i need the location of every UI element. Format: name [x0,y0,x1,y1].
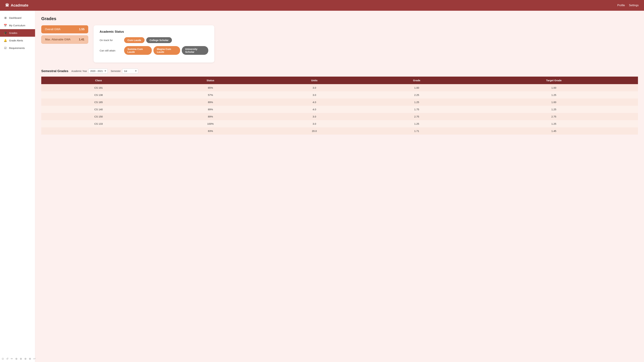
cell-status: 89% [156,113,265,120]
table-row: 83%20.01.711.45 [41,127,638,135]
toolbar-icon-6[interactable]: ⊕ [29,357,31,360]
grades-table-body: CS 19165%3.01.001.00CS 13857%3.02.251.25… [41,84,638,135]
cell-target_grade: 1.00 [470,84,638,91]
main-content: Grades Overall GWA 1.55 Max. Attainable … [35,11,644,362]
cell-class: CS 138 [41,91,156,98]
sidebar-item-dashboard[interactable]: ⊞Dashboard [0,14,35,22]
col-units: Units [265,77,364,84]
grades-icon: 🎓 [4,31,7,34]
table-row: CS 16589%4.01.251.00 [41,98,638,106]
grade-alerts-icon: 🔔 [4,39,7,42]
semestral-grades-section: Semestral Grades Academic Year 2020 - 20… [41,68,638,135]
cell-class: CS 165 [41,98,156,106]
cell-target_grade: 1.00 [470,98,638,106]
sidebar-label-grades: Grades [9,31,17,34]
cell-grade: 1.71 [364,127,470,135]
can-attain-row: Can still attain Summa Cum LaudeMagna Cu… [100,46,208,55]
toolbar-icon-4[interactable]: ⊕ [20,357,22,360]
cell-units: 3.0 [265,84,364,91]
max-gwa-value: 1.41 [79,38,84,41]
academic-year-label: Academic Year [72,70,87,72]
semestral-header: Semestral Grades Academic Year 2020 - 20… [41,68,638,73]
cell-status: 65% [156,84,265,91]
sidebar-label-dashboard: Dashboard [9,16,21,19]
cell-units: 3.0 [265,91,364,98]
cell-class [41,127,156,135]
max-gwa-label: Max. Attainable GWA [45,38,70,41]
cell-class: CS 140 [41,106,156,113]
cell-units: 4.0 [265,106,364,113]
grades-table-header: ClassStatusUnitsGradeTarget Grade [41,77,638,84]
cell-units: 3.0 [265,120,364,127]
cell-units: 20.0 [265,127,364,135]
cell-grade: 1.25 [364,120,470,127]
overall-gwa-label: Overall GWA [45,28,60,31]
cell-target_grade: 1.25 [470,106,638,113]
app-logo: 🏛 Acadmate [5,3,28,7]
sidebar: ⊞Dashboard📅My Curriculum🎓Grades🔔Grade Al… [0,11,35,362]
cell-grade: 2.75 [364,113,470,120]
overall-gwa-card: Overall GWA 1.55 [41,25,88,33]
settings-link[interactable]: Settings [629,4,639,7]
sidebar-label-grade-alerts: Grade Alerts [9,39,23,42]
cell-status: 89% [156,98,265,106]
max-gwa-card: Max. Attainable GWA 1.41 [41,35,88,44]
cell-status: 89% [156,106,265,113]
sidebar-item-grades[interactable]: 🎓Grades [0,29,35,37]
table-row: CS 15089%3.02.752.75 [41,113,638,120]
toolbar-icon-7[interactable]: ↩ [33,357,36,360]
col-class: Class [41,77,156,84]
overall-gwa-value: 1.55 [79,28,84,31]
logo-icon: 🏛 [5,3,9,7]
cell-grade: 2.25 [364,91,470,98]
cell-units: 4.0 [265,98,364,106]
cell-grade: 1.75 [364,106,470,113]
cell-target_grade: 1.25 [470,91,638,98]
cell-status: 83% [156,127,265,135]
col-target-grade: Target Grade [470,77,638,84]
page-title: Grades [41,16,638,21]
my-curriculum-icon: 📅 [4,24,7,27]
table-row: CS 14089%4.01.751.25 [41,106,638,113]
table-row: CS 19165%3.01.001.00 [41,84,638,91]
sidebar-item-grade-alerts[interactable]: 🔔Grade Alerts [0,37,35,44]
app-name: Acadmate [11,3,28,7]
badge-can-attain-magna-cum-laude: Magna Cum Laude [154,46,180,55]
semestral-title: Semestral Grades [41,69,68,73]
cell-class: CS 191 [41,84,156,91]
toolbar-icon-3[interactable]: ⊕ [15,357,18,360]
sidebar-item-my-curriculum[interactable]: 📅My Curriculum [0,22,35,29]
grades-table: ClassStatusUnitsGradeTarget Grade CS 191… [41,77,638,135]
dashboard-icon: ⊞ [4,16,7,19]
academic-status-title: Academic Status [100,30,208,33]
badge-can-attain-university-scholar: University Scholar [182,46,208,55]
table-row: CS 133100%3.01.251.25 [41,120,638,127]
cell-class: CS 133 [41,120,156,127]
toolbar-icon-5[interactable]: ⊕ [24,357,26,360]
semester-filter: Semester 1st2ndMid-Year [111,68,138,73]
profile-link[interactable]: Profile [617,4,625,7]
col-grade: Grade [364,77,470,84]
academic-year-filter: Academic Year 2020 - 20212019 - 20202018… [72,68,108,73]
toolbar-icon-1[interactable]: ↺ [6,357,8,360]
toolbar-icon-2[interactable]: ✏ [11,357,13,360]
badge-on-track-cum-laude: Cum Laude [124,37,144,43]
semester-select[interactable]: 1st2ndMid-Year [122,68,138,73]
sidebar-item-requirements[interactable]: ☑Requirements [0,44,35,52]
sidebar-label-requirements: Requirements [9,46,25,49]
academic-year-select[interactable]: 2020 - 20212019 - 20202018 - 2019 [88,68,108,73]
main-layout: ⊞Dashboard📅My Curriculum🎓Grades🔔Grade Al… [0,11,644,362]
cell-status: 57% [156,91,265,98]
cell-units: 3.0 [265,113,364,120]
gwa-section: Overall GWA 1.55 Max. Attainable GWA 1.4… [41,25,88,44]
sidebar-label-my-curriculum: My Curriculum [9,24,25,27]
academic-status-box: Academic Status On track for Cum LaudeCo… [94,25,214,62]
cell-grade: 1.25 [364,98,470,106]
cell-class: CS 150 [41,113,156,120]
cell-target_grade: 1.45 [470,127,638,135]
requirements-icon: ☑ [4,46,7,50]
cell-grade: 1.00 [364,84,470,91]
cell-status: 100% [156,120,265,127]
top-section: Overall GWA 1.55 Max. Attainable GWA 1.4… [41,25,638,62]
toolbar-icon-0[interactable]: ⊙ [2,357,4,360]
